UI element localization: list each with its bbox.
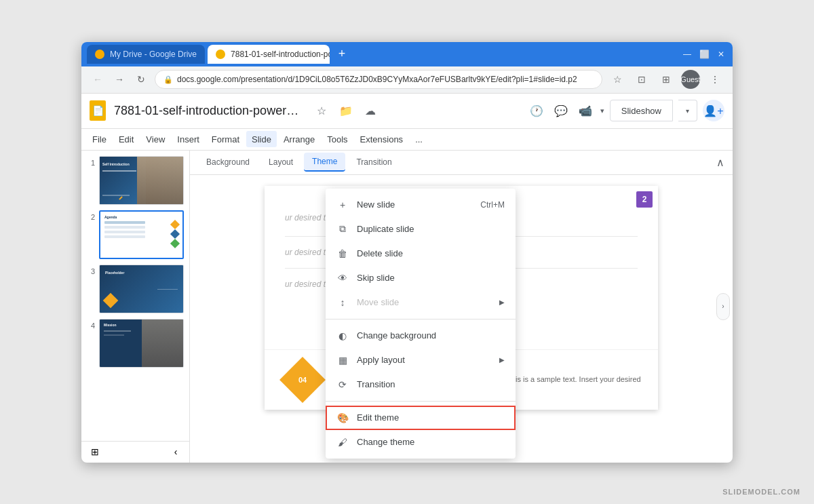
delete-slide-icon: 🗑 bbox=[336, 248, 349, 260]
slide-num-1: 1 bbox=[87, 159, 95, 167]
transition-item[interactable]: ⟳ Transition bbox=[326, 372, 516, 397]
tab-theme[interactable]: Theme bbox=[304, 153, 345, 172]
slideshow-button[interactable]: Slideshow bbox=[610, 100, 673, 121]
tab-background[interactable]: Background bbox=[198, 153, 258, 172]
collapse-panel-button[interactable]: ‹ bbox=[168, 444, 184, 460]
drive-tab-icon bbox=[95, 50, 104, 59]
doc-title[interactable]: 7881-01-self-introduction-powerpoint-tem… bbox=[114, 104, 304, 118]
back-button[interactable]: ← bbox=[90, 71, 106, 88]
url-text: docs.google.com/presentation/d/1D9CiL08o… bbox=[177, 75, 594, 84]
address-bar: ← → ↻ 🔒 docs.google.com/presentation/d/1… bbox=[81, 66, 733, 94]
slide-thumb-4[interactable]: 4 Mission bbox=[87, 319, 184, 368]
menu-insert[interactable]: Insert bbox=[172, 131, 205, 147]
app-toolbar: 📄 7881-01-self-introduction-powerpoint-t… bbox=[81, 94, 733, 129]
slides-panel-content: 1 Self Introduction 2 bbox=[81, 151, 189, 441]
slides-panel: 1 Self Introduction 2 bbox=[81, 151, 190, 463]
menu-arrange[interactable]: Arrange bbox=[278, 131, 320, 147]
move-slide-icon: ↕ bbox=[336, 296, 349, 309]
profile-button[interactable]: Guest bbox=[681, 70, 700, 89]
more-options-button[interactable]: ⋮ bbox=[705, 70, 724, 89]
cast-button[interactable]: ⊡ bbox=[632, 70, 651, 89]
menu-more[interactable]: ... bbox=[410, 131, 428, 147]
address-actions: ☆ ⊡ ⊞ Guest ⋮ bbox=[608, 70, 724, 89]
duplicate-slide-item[interactable]: ⧉ Duplicate slide bbox=[326, 217, 516, 241]
change-background-item[interactable]: ◐ Change background bbox=[326, 324, 516, 348]
watermark: SLIDEMODEL.COM bbox=[722, 488, 800, 496]
presentation-tab-icon bbox=[216, 50, 225, 59]
cloud-button[interactable]: ☁ bbox=[361, 101, 380, 120]
lock-icon: 🔒 bbox=[163, 75, 173, 84]
slide-thumb-2[interactable]: 2 Agenda bbox=[87, 210, 184, 259]
skip-slide-item[interactable]: 👁 Skip slide bbox=[326, 266, 516, 290]
menu-edit[interactable]: Edit bbox=[113, 131, 139, 147]
menu-extensions[interactable]: Extensions bbox=[355, 131, 409, 147]
slide4-title: Mission bbox=[104, 323, 117, 327]
slide-preview-3[interactable]: Placeholder bbox=[99, 265, 184, 313]
tabs-collapse-button[interactable]: ∧ bbox=[716, 156, 724, 169]
delete-slide-label: Delete slide bbox=[357, 248, 505, 258]
star-button[interactable]: ☆ bbox=[312, 101, 331, 120]
apply-layout-arrow: ▶ bbox=[499, 356, 505, 364]
apply-layout-item[interactable]: ▦ Apply layout ▶ bbox=[326, 348, 516, 372]
minimize-button[interactable]: — bbox=[683, 50, 691, 59]
menu-format[interactable]: Format bbox=[206, 131, 245, 147]
slide-num-2: 2 bbox=[87, 213, 95, 221]
slide-preview-2[interactable]: Agenda bbox=[99, 210, 184, 259]
url-bar[interactable]: 🔒 docs.google.com/presentation/d/1D9CiL0… bbox=[155, 70, 602, 89]
slide-tabs: Background Layout Theme Transition ∧ bbox=[190, 151, 733, 175]
duplicate-slide-label: Duplicate slide bbox=[357, 224, 505, 234]
tab-presentation[interactable]: 7881-01-self-introduction-powe... ✕ bbox=[208, 45, 330, 64]
menu-view[interactable]: View bbox=[140, 131, 170, 147]
slide-preview-1[interactable]: Self Introduction bbox=[99, 156, 184, 205]
slideshow-dropdown-button[interactable]: ▾ bbox=[678, 100, 697, 121]
history-button[interactable]: 🕐 bbox=[527, 101, 546, 120]
grid-view-button[interactable]: ⊞ bbox=[87, 444, 103, 460]
edit-theme-label: Edit theme bbox=[357, 412, 505, 423]
slide-num-4: 4 bbox=[87, 322, 95, 330]
new-tab-button[interactable]: + bbox=[332, 45, 351, 64]
meet-dropdown[interactable]: ▾ bbox=[600, 106, 604, 115]
menu-file[interactable]: File bbox=[87, 131, 112, 147]
main-content: 1 Self Introduction 2 bbox=[81, 151, 733, 463]
transition-label: Transition bbox=[357, 379, 505, 389]
move-slide-item: ↕ Move slide ▶ bbox=[326, 290, 516, 315]
tab-layout[interactable]: Layout bbox=[260, 153, 301, 172]
menu-tools[interactable]: Tools bbox=[322, 131, 353, 147]
new-slide-shortcut: Ctrl+M bbox=[480, 200, 505, 210]
close-button[interactable]: ✕ bbox=[718, 50, 724, 59]
delete-slide-item[interactable]: 🗑 Delete slide bbox=[326, 241, 516, 266]
slide-thumb-1[interactable]: 1 Self Introduction bbox=[87, 156, 184, 205]
change-background-label: Change background bbox=[357, 330, 505, 341]
slides-panel-bottom: ⊞ ‹ bbox=[81, 441, 189, 463]
add-collaborator-button[interactable]: 👤+ bbox=[703, 100, 724, 121]
comments-button[interactable]: 💬 bbox=[551, 101, 570, 120]
new-slide-item[interactable]: + New slide Ctrl+M bbox=[326, 193, 516, 217]
tab-google-drive[interactable]: My Drive - Google Drive bbox=[87, 45, 205, 64]
duplicate-slide-icon: ⧉ bbox=[336, 223, 349, 235]
edit-theme-item[interactable]: 🎨 Edit theme bbox=[326, 406, 516, 430]
menu-section-2: ◐ Change background ▦ Apply layout ▶ ⟳ T… bbox=[326, 319, 516, 402]
new-slide-icon: + bbox=[336, 199, 349, 211]
slide-preview-4[interactable]: Mission bbox=[99, 319, 184, 368]
change-background-icon: ◐ bbox=[336, 330, 349, 342]
transition-icon: ⟳ bbox=[336, 379, 349, 391]
tab-transition[interactable]: Transition bbox=[348, 153, 400, 172]
canvas-scroll-right-button[interactable]: › bbox=[716, 293, 730, 320]
forward-button[interactable]: → bbox=[111, 71, 128, 88]
move-button[interactable]: 📁 bbox=[336, 101, 355, 120]
tab-google-drive-label: My Drive - Google Drive bbox=[110, 50, 197, 59]
change-theme-item[interactable]: 🖌 Change theme bbox=[326, 430, 516, 454]
menu-slide[interactable]: Slide bbox=[246, 131, 277, 147]
toolbar-icons: ☆ 📁 ☁ bbox=[312, 101, 380, 120]
refresh-button[interactable]: ↻ bbox=[133, 71, 149, 88]
tab-presentation-label: 7881-01-self-introduction-powe... bbox=[231, 50, 330, 59]
meet-button[interactable]: 📹 bbox=[576, 101, 595, 120]
bookmark-button[interactable]: ☆ bbox=[608, 70, 627, 89]
slide1-title: Self Introduction bbox=[102, 162, 130, 166]
extension-button[interactable]: ⊞ bbox=[657, 70, 676, 89]
toolbar-right: 🕐 💬 📹 ▾ Slideshow ▾ 👤+ bbox=[527, 100, 724, 121]
slide-thumb-3[interactable]: 3 Placeholder bbox=[87, 265, 184, 313]
restore-button[interactable]: ⬜ bbox=[699, 50, 710, 59]
edit-theme-icon: 🎨 bbox=[336, 412, 349, 424]
slide-dropdown-menu: + New slide Ctrl+M ⧉ Duplicate slide 🗑 D… bbox=[326, 189, 516, 459]
